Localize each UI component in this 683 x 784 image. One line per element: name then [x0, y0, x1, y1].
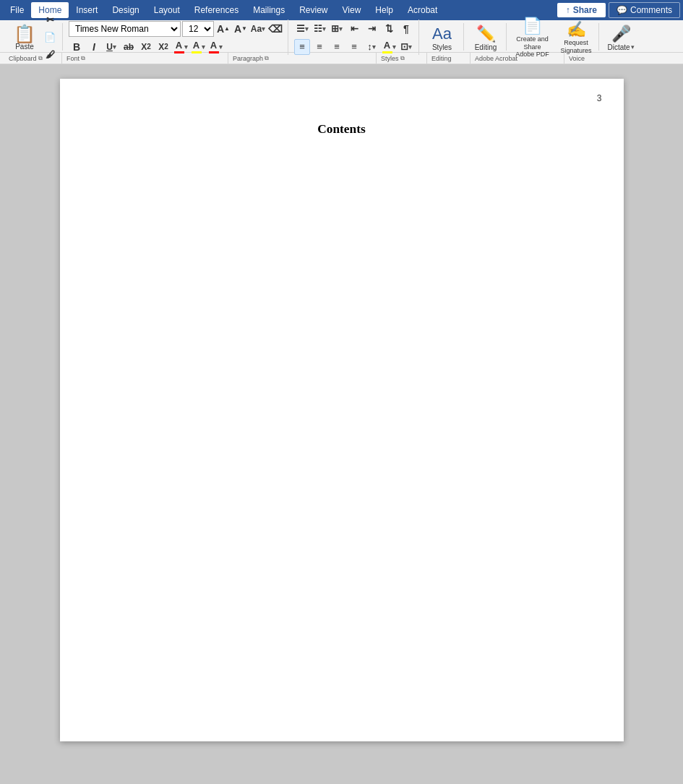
menu-mailings[interactable]: Mailings	[246, 2, 292, 18]
shading-icon: A	[384, 40, 390, 51]
ribbon-labels-row: Clipboard ⧉ Font ⧉ Paragraph ⧉ Styles ⧉ …	[0, 52, 683, 64]
sort-button[interactable]: ⇅	[381, 21, 397, 37]
styles-section-label: Styles	[381, 55, 399, 62]
menu-acrobat[interactable]: Acrobat	[400, 2, 444, 18]
page-content: Contents	[118, 122, 566, 137]
styles-button[interactable]: Aa Styles	[426, 21, 458, 53]
clear-formatting-button[interactable]: ⌫	[267, 21, 283, 37]
paragraph-mark-icon: ¶	[403, 23, 409, 35]
eraser-icon: ⌫	[268, 23, 283, 35]
multilevel-list-button[interactable]: ⊞ ▾	[329, 21, 345, 37]
justify-icon: ≡	[351, 41, 357, 52]
document-area: 3 Contents	[0, 64, 683, 756]
share-icon: ↑	[566, 5, 570, 15]
styles-group: Aa Styles	[421, 23, 464, 51]
page-number: 3	[597, 93, 602, 103]
dictate-button[interactable]: 🎤 Dictate ▾	[605, 21, 637, 53]
toolbar-row1: 📋 Paste ✂ 📄 🖌 Times New Roman 12 A▲ A▼ A…	[0, 20, 683, 52]
paste-button[interactable]: 📋 Paste	[9, 17, 40, 57]
menu-help[interactable]: Help	[368, 2, 400, 18]
paragraph-label-section: Paragraph ⧉	[228, 53, 377, 64]
styles-label: Styles	[432, 43, 452, 51]
menu-insert[interactable]: Insert	[69, 2, 105, 18]
font-label-section: Font ⧉	[62, 53, 228, 64]
align-center-icon: ≡	[317, 41, 322, 52]
adobe-label-section: Adobe Acrobat	[471, 53, 564, 64]
editing-label: Editing	[475, 43, 497, 51]
clipboard-section-label: Clipboard	[9, 55, 37, 62]
editing-button[interactable]: ✏️ Editing	[470, 21, 502, 53]
adobe-section-label: Adobe Acrobat	[475, 55, 517, 62]
underline-icon: U	[106, 42, 113, 52]
adobe-pdf-icon: 📄	[523, 17, 542, 35]
styles-expand-icon[interactable]: ⧉	[400, 55, 405, 62]
font-size-select[interactable]: 12	[182, 21, 214, 37]
numbering-icon: ☷	[314, 23, 322, 34]
paste-icon: 📋	[14, 25, 35, 43]
comments-label: Comments	[630, 5, 672, 15]
menu-references[interactable]: References	[187, 2, 246, 18]
font-expand-icon[interactable]: ⧉	[81, 55, 85, 62]
highlight-icon: A	[193, 40, 199, 51]
styles-icon: Aa	[432, 25, 452, 43]
multilevel-icon: ⊞	[331, 23, 339, 34]
font-section-label: Font	[66, 55, 80, 62]
clipboard-label-section: Clipboard ⧉	[4, 53, 62, 64]
voice-group: 🎤 Dictate ▾	[601, 23, 641, 51]
increase-indent-button[interactable]: ⇥	[364, 21, 379, 37]
menu-right-actions: ↑ Share 💬 Comments	[557, 2, 680, 18]
decrease-indent-icon: ⇤	[351, 23, 358, 34]
share-label: Share	[573, 5, 597, 15]
signatures-icon: ✍️	[567, 20, 586, 39]
shrink-font-button[interactable]: A▼	[233, 21, 249, 37]
comments-button[interactable]: 💬 Comments	[609, 2, 680, 18]
styles-label-section: Styles ⧉	[377, 53, 427, 64]
menu-review[interactable]: Review	[292, 2, 335, 18]
menu-view[interactable]: View	[335, 2, 369, 18]
dictate-dropdown-icon[interactable]: ▾	[631, 43, 635, 51]
editing-section-label: Editing	[431, 55, 452, 62]
bullets-button[interactable]: ☰ ▾	[294, 21, 310, 37]
menu-file[interactable]: File	[3, 2, 31, 18]
paragraph-section-label: Paragraph	[233, 55, 263, 62]
sort-icon: ⇅	[385, 23, 393, 34]
paragraph-expand-icon[interactable]: ⧉	[265, 55, 269, 62]
editing-group: ✏️ Editing	[465, 23, 507, 51]
grow-font-button[interactable]: A▲	[215, 21, 231, 37]
voice-label-section: Voice	[564, 53, 589, 64]
show-formatting-button[interactable]: ¶	[398, 21, 414, 37]
request-signatures-button[interactable]: ✍️ RequestSignatures	[558, 17, 594, 57]
share-button[interactable]: ↑ Share	[557, 3, 606, 17]
editing-icon: ✏️	[476, 25, 496, 43]
clipboard-group: 📋 Paste ✂ 📄 🖌	[4, 23, 63, 51]
contents-heading: Contents	[118, 122, 566, 137]
font-family-select[interactable]: Times New Roman	[69, 21, 181, 37]
menu-layout[interactable]: Layout	[147, 2, 187, 18]
align-right-icon: ≡	[334, 41, 340, 52]
decrease-indent-button[interactable]: ⇤	[346, 21, 362, 37]
align-left-icon: ≡	[299, 41, 305, 52]
copy-button[interactable]: 📄	[42, 29, 58, 45]
voice-section-label: Voice	[569, 55, 585, 62]
dictate-icon: 🎤	[611, 25, 631, 43]
ribbon: 📋 Paste ✂ 📄 🖌 Times New Roman 12 A▲ A▼ A…	[0, 20, 683, 64]
document-page[interactable]: 3 Contents	[60, 79, 624, 741]
paragraph-group-row1: ☰ ▾ ☷ ▾ ⊞ ▾ ⇤ ⇥ ⇅	[290, 20, 419, 55]
create-share-pdf-button[interactable]: 📄 Create and ShareAdobe PDF	[512, 17, 552, 57]
text-color-icon: A	[210, 40, 217, 51]
change-case-button[interactable]: Aa▾	[250, 21, 266, 37]
editing-label-section: Editing	[427, 53, 471, 64]
cut-button[interactable]: ✂	[42, 12, 58, 27]
font-group-row1: Times New Roman 12 A▲ A▼ Aa▾ ⌫ B I U ▾	[64, 20, 288, 55]
font-color-icon: A	[176, 40, 182, 51]
dictate-label: Dictate	[607, 43, 630, 51]
bullets-icon: ☰	[296, 23, 305, 34]
numbering-button[interactable]: ☷ ▾	[312, 21, 327, 37]
comments-icon: 💬	[617, 5, 627, 15]
menu-design[interactable]: Design	[105, 2, 146, 18]
adobe-acrobat-group: 📄 Create and ShareAdobe PDF ✍️ RequestSi…	[508, 23, 599, 51]
paste-label: Paste	[15, 43, 34, 51]
font-selector-row: Times New Roman 12 A▲ A▼ Aa▾ ⌫	[69, 21, 283, 37]
clipboard-expand-icon[interactable]: ⧉	[38, 55, 43, 62]
increase-indent-icon: ⇥	[368, 23, 376, 34]
